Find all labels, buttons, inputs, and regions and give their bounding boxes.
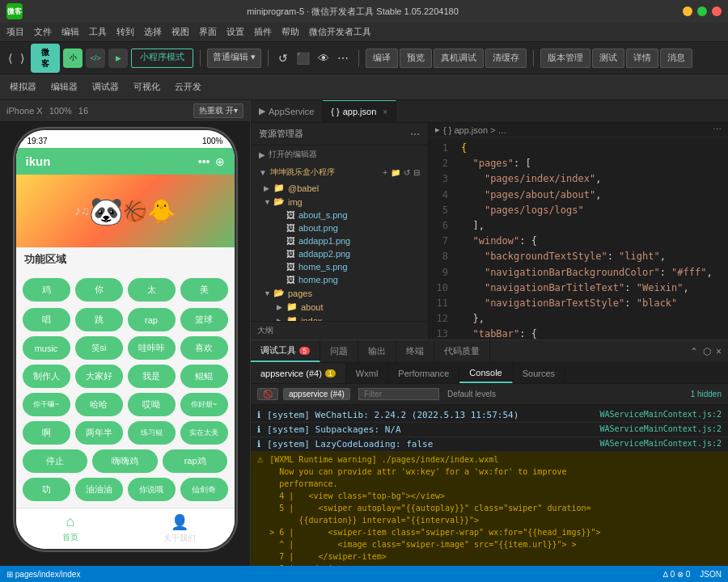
btn-mei[interactable]: 美: [180, 278, 228, 302]
phone-tab-about[interactable]: 👤 关于我们: [125, 508, 235, 549]
bottom-tab-devtools[interactable]: 调试工具 5: [251, 340, 320, 362]
tree-item-home-png[interactable]: ▶ 🖼 home.png: [251, 273, 428, 286]
btn-tai[interactable]: 太: [128, 278, 176, 302]
source-1[interactable]: WAServiceMainContext.js:2: [599, 410, 722, 419]
btn-hello[interactable]: 大家好: [75, 365, 123, 388]
btn-youyou[interactable]: 油油油: [75, 478, 123, 501]
menu-help[interactable]: 帮助: [281, 26, 299, 38]
tree-item-addapp2-png[interactable]: ▶ 🖼 addapp2.png: [251, 247, 428, 260]
btn-jump[interactable]: 跳: [75, 308, 123, 331]
bottom-tab-terminal[interactable]: 终端: [396, 340, 434, 362]
compile-button[interactable]: 编译: [366, 48, 398, 68]
sidebar-bottom[interactable]: 大纲: [251, 321, 428, 340]
btn-haihaichieken[interactable]: 嗨嗨鸡: [92, 449, 158, 473]
source-2[interactable]: WAServiceMainContext.js:2: [599, 424, 722, 433]
visible-tab[interactable]: 可视化: [129, 79, 165, 95]
clear-button[interactable]: 清缓存: [485, 48, 527, 68]
btn-haha[interactable]: 哈哈: [75, 393, 123, 416]
mini-mode-button[interactable]: 小程序模式: [131, 48, 193, 68]
tab-close-appjson[interactable]: ×: [383, 108, 387, 116]
tab-appjson[interactable]: { } app.json ×: [323, 100, 396, 122]
btn-aiyou[interactable]: 哎呦: [128, 393, 176, 416]
close-bottom-icon[interactable]: ×: [716, 346, 722, 357]
simulator-tab[interactable]: 模拟器: [5, 79, 41, 95]
menu-plugins[interactable]: 插件: [254, 26, 272, 38]
view-icon[interactable]: 👁: [315, 50, 332, 66]
bottom-tab-issues[interactable]: 问题: [320, 340, 358, 362]
btn-whatareyou[interactable]: 你干嘛~: [23, 393, 70, 416]
refresh-icon[interactable]: ↺: [275, 50, 291, 66]
menu-project[interactable]: 项目: [6, 26, 24, 38]
btn-xian[interactable]: 仙剑奇: [180, 478, 228, 501]
version-button[interactable]: 版本管理: [540, 48, 590, 68]
tree-item-homes-png[interactable]: ▶ 🖼 home_s.png: [251, 260, 428, 273]
detail-button[interactable]: 详情: [626, 48, 658, 68]
btn-you[interactable]: 你: [75, 278, 123, 302]
btn-le[interactable]: 叻: [23, 478, 70, 501]
collapse-icon[interactable]: ⊟: [413, 168, 420, 177]
phone-tab-home[interactable]: ⌂ 首页: [16, 508, 125, 549]
btn-basketball[interactable]: 篮球: [180, 308, 228, 331]
sidebar-menu-icon[interactable]: ⋯: [410, 129, 420, 140]
btn-stop[interactable]: 停止: [23, 449, 88, 473]
cloud-tab[interactable]: 云开发: [170, 79, 206, 95]
menu-select[interactable]: 选择: [144, 26, 162, 38]
collapse-bottom-icon[interactable]: ⌃: [690, 346, 698, 357]
compile-mode-dropdown[interactable]: 普通编辑 ▾: [207, 48, 261, 68]
tree-item-index[interactable]: ▶ 📁 index: [251, 314, 428, 321]
new-file-icon[interactable]: +: [383, 168, 387, 177]
test-button[interactable]: 测试: [592, 48, 624, 68]
toolbar-back-icon[interactable]: ⟨: [5, 50, 15, 66]
bottom-tab-quality[interactable]: 代码质量: [434, 340, 490, 362]
stop-icon[interactable]: ⬛: [293, 50, 313, 66]
tree-item-babel[interactable]: ▶ 📁 @babel: [251, 181, 428, 195]
btn-annoying[interactable]: 你好烦~: [180, 393, 228, 416]
menu-file[interactable]: 文件: [34, 26, 52, 38]
btn-producer[interactable]: 制作人: [23, 365, 70, 388]
console-tab-wxml[interactable]: Wxml: [346, 363, 389, 383]
btn-iam[interactable]: 我是: [128, 365, 176, 388]
clear-console-button[interactable]: 🚫: [257, 388, 278, 400]
btn-rap[interactable]: rap: [128, 308, 176, 331]
console-tab-performance[interactable]: Performance: [388, 363, 459, 383]
tree-item-img[interactable]: ▼ 📂 img: [251, 195, 428, 209]
btn-ah[interactable]: 啊: [23, 421, 70, 445]
refresh-tree-icon[interactable]: ↺: [404, 168, 410, 177]
btn-sing[interactable]: 唱: [23, 308, 70, 331]
real-machine-button[interactable]: 真机调试: [434, 48, 484, 68]
tab-appservice[interactable]: ▶ AppService: [251, 100, 323, 122]
console-tab-console[interactable]: Console: [459, 363, 512, 383]
menu-devtools[interactable]: 微信开发者工具: [309, 26, 371, 38]
appservice-filter-button[interactable]: appservice (#4): [283, 388, 350, 400]
message-button[interactable]: 消息: [660, 48, 692, 68]
btn-like[interactable]: 喜欢: [180, 336, 228, 360]
menu-tools[interactable]: 工具: [89, 26, 107, 38]
tree-item-about-s-png[interactable]: ▶ 🖼 about_s.png: [251, 209, 428, 221]
debug-tab[interactable]: 调试器: [87, 79, 124, 95]
btn-twoyears[interactable]: 两年半: [75, 421, 123, 445]
btn-laughsi[interactable]: 笑si: [75, 336, 123, 360]
bottom-tab-output[interactable]: 输出: [358, 340, 396, 362]
tree-item-about[interactable]: ▶ 📁 about: [251, 300, 428, 314]
btn-music[interactable]: music: [23, 336, 70, 360]
tree-item-addapp1-png[interactable]: ▶ 🖼 addapp1.png: [251, 234, 428, 247]
console-filter-input[interactable]: [358, 388, 439, 400]
btn-kun[interactable]: 鲲鲲: [180, 365, 228, 388]
minimize-button[interactable]: [683, 6, 692, 16]
tree-item-pages[interactable]: ▼ 📂 pages: [251, 286, 428, 300]
menu-edit[interactable]: 编辑: [61, 26, 79, 38]
btn-practice[interactable]: 练习鲲: [128, 421, 176, 445]
hotreload-button[interactable]: 热重载 开▾: [193, 103, 243, 118]
maximize-button[interactable]: [697, 6, 707, 16]
source-3[interactable]: WAServiceMainContext.js:2: [599, 439, 722, 448]
menu-goto[interactable]: 转到: [116, 26, 134, 38]
btn-toobeutiful[interactable]: 实在太美: [180, 421, 228, 445]
btn-rapchicken[interactable]: rap鸡: [163, 449, 228, 473]
new-folder-icon[interactable]: 📁: [391, 168, 400, 177]
console-tab-appservice[interactable]: appservice (#4) 1: [251, 363, 346, 383]
toolbar-forward-icon[interactable]: ⟩: [17, 50, 28, 66]
preview-button[interactable]: 预览: [400, 48, 432, 68]
menu-interface[interactable]: 界面: [199, 26, 217, 38]
menu-view[interactable]: 视图: [171, 26, 189, 38]
tree-item-about-png[interactable]: ▶ 🖼 about.png: [251, 221, 428, 234]
